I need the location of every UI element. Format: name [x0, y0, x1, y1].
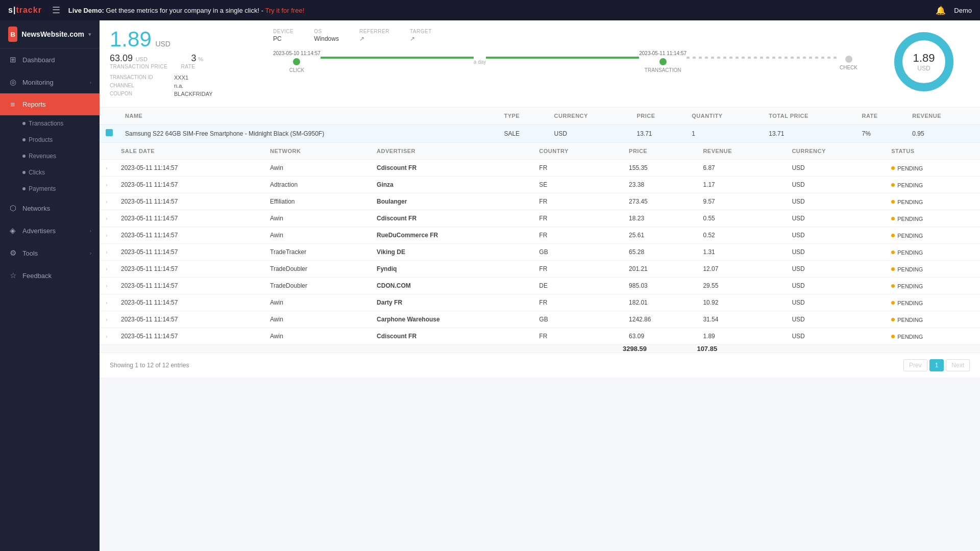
advertiser-cell: Cdiscount FR: [371, 210, 533, 227]
col-expand: [100, 143, 115, 160]
status-label: PENDING: [897, 266, 923, 272]
sidebar-item-advertisers[interactable]: ◈ Advertisers ›: [0, 219, 100, 242]
device-field: DEVICE PC: [273, 29, 293, 42]
expand-cell[interactable]: ›: [100, 311, 115, 328]
sidebar-item-products[interactable]: Products: [22, 132, 100, 148]
country-cell: FR: [533, 328, 623, 345]
expand-cell[interactable]: ›: [100, 328, 115, 345]
notification-bell[interactable]: 🔔: [936, 6, 946, 15]
sale-date-cell: 2023-05-11 11:14:57: [115, 210, 264, 227]
sidebar-item-revenues[interactable]: Revenues: [22, 148, 100, 164]
country-cell: GB: [533, 244, 623, 261]
col-type: TYPE: [498, 108, 548, 124]
revenue-cell: 12.07: [697, 261, 786, 278]
sale-date-cell: 2023-05-11 11:14:57: [115, 177, 264, 193]
currency-cell: USD: [786, 244, 885, 261]
product-price-cell: 13.71: [631, 124, 686, 143]
currency-cell: USD: [786, 227, 885, 244]
advertiser-cell: Cdiscount FR: [371, 160, 533, 177]
expand-cell[interactable]: ›: [100, 294, 115, 311]
prev-button[interactable]: Prev: [903, 359, 927, 371]
status-cell: PENDING: [885, 193, 980, 210]
col-name: NAME: [119, 108, 498, 124]
sidebar-label-dashboard: Dashboard: [22, 56, 91, 64]
status-cell: PENDING: [885, 328, 980, 345]
timeline-line-1: [321, 57, 474, 59]
col-quantity: QUANTITY: [685, 108, 763, 124]
tools-icon: ⚙: [8, 248, 17, 258]
table-row: › 2023-05-11 11:14:57 Adtraction Ginza S…: [100, 177, 980, 193]
expand-cell[interactable]: ›: [100, 193, 115, 210]
advertiser-cell: Darty FR: [371, 294, 533, 311]
country-cell: DE: [533, 278, 623, 294]
status-cell: PENDING: [885, 160, 980, 177]
expand-cell[interactable]: ›: [100, 210, 115, 227]
status-label: PENDING: [897, 182, 923, 188]
expand-cell[interactable]: ›: [100, 244, 115, 261]
sale-date-cell: 2023-05-11 11:14:57: [115, 261, 264, 278]
sidebar-item-payments[interactable]: Payments: [22, 181, 100, 197]
currency-cell: USD: [786, 278, 885, 294]
detail-rate-block: 3 % RATE: [181, 53, 203, 69]
col-currency: CURRENCY: [548, 108, 631, 124]
sidebar-item-networks[interactable]: ⬡ Networks: [0, 197, 100, 219]
expand-cell[interactable]: ›: [100, 177, 115, 193]
page-1-button[interactable]: 1: [929, 359, 944, 371]
payments-dot: [22, 187, 26, 190]
sidebar-item-transactions[interactable]: Transactions: [22, 115, 100, 132]
table-footer: Showing 1 to 12 of 12 entries Prev 1 Nex…: [100, 353, 980, 378]
price-cell: 201.21: [623, 261, 697, 278]
col-sale-date: SALE DATE: [115, 143, 264, 160]
sidebar-item-monitoring[interactable]: ◎ Monitoring ›: [0, 71, 100, 93]
next-button[interactable]: Next: [946, 359, 970, 371]
sale-date-cell: 2023-05-11 11:14:57: [115, 160, 264, 177]
transaction-dot: [659, 58, 667, 65]
status-label: PENDING: [897, 165, 923, 171]
currency-cell: USD: [786, 160, 885, 177]
price-cell: 25.61: [623, 227, 697, 244]
expand-cell[interactable]: ›: [100, 227, 115, 244]
user-menu[interactable]: Demo: [954, 7, 972, 14]
target-field: TARGET ↗: [410, 29, 432, 42]
sidebar-label-advertisers: Advertisers: [22, 227, 85, 235]
advertiser-cell: Fyndiq: [371, 261, 533, 278]
revenue-cell: 6.87: [697, 160, 786, 177]
price-cell: 18.23: [623, 210, 697, 227]
transaction-detail-panel: 1.89 USD 63.09 USD TRANSACTION PRICE 3 %…: [100, 20, 980, 108]
sidebar-item-tools[interactable]: ⚙ Tools ›: [0, 242, 100, 264]
feedback-icon: ☆: [8, 271, 17, 280]
os-field: OS Windows: [314, 29, 339, 42]
country-cell: SE: [533, 177, 623, 193]
expand-cell[interactable]: ›: [100, 278, 115, 294]
sidebar-item-clicks[interactable]: Clicks: [22, 164, 100, 181]
sidebar-item-reports[interactable]: ≡ Reports ▾: [0, 93, 100, 115]
status-dot: [891, 284, 895, 288]
price-cell: 985.03: [623, 278, 697, 294]
product-rate-cell: 7%: [855, 124, 906, 143]
col-indicator: [100, 108, 119, 124]
sale-date-cell: 2023-05-11 11:14:57: [115, 278, 264, 294]
sidebar-item-dashboard[interactable]: ⊞ Dashboard: [0, 48, 100, 71]
sidebar-item-feedback[interactable]: ☆ Feedback: [0, 264, 100, 287]
network-cell: Awin: [264, 294, 371, 311]
menu-toggle[interactable]: ☰: [52, 5, 60, 16]
status-label: PENDING: [897, 249, 923, 256]
referrer-link-icon[interactable]: ↗: [359, 35, 364, 42]
expand-cell[interactable]: ›: [100, 160, 115, 177]
total-price: 3298.59: [623, 345, 697, 353]
demo-cta-link[interactable]: Try it for free!: [265, 7, 304, 14]
status-cell: PENDING: [885, 311, 980, 328]
account-selector[interactable]: B NewsWebsite.com ▾: [0, 20, 100, 48]
sidebar-label-payments: Payments: [29, 185, 56, 192]
status-dot: [891, 200, 895, 204]
revenue-cell: 10.92: [697, 294, 786, 311]
revenues-dot: [22, 155, 26, 158]
demo-banner: Live Demo: Get these metrics for your co…: [68, 7, 932, 14]
table-row: › 2023-05-11 11:14:57 Awin RueDuCommerce…: [100, 227, 980, 244]
pagination: Prev 1 Next: [903, 359, 970, 371]
table-row: › 2023-05-11 11:14:57 Effiliation Boulan…: [100, 193, 980, 210]
target-link-icon[interactable]: ↗: [410, 35, 415, 42]
sidebar-label-products: Products: [29, 136, 53, 143]
logo: s|trackr: [8, 6, 42, 15]
expand-cell[interactable]: ›: [100, 261, 115, 278]
